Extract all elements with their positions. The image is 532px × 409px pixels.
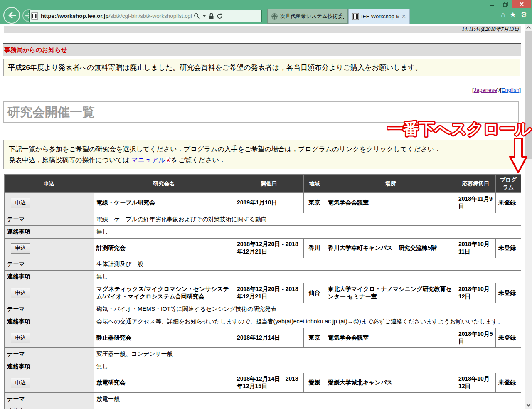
notes-value: 無し bbox=[94, 226, 521, 239]
header-deadline: 応募締切日 bbox=[456, 175, 496, 193]
apply-button[interactable]: 申込 bbox=[11, 378, 30, 388]
workshop-program: 未登録 bbox=[496, 283, 521, 303]
instructions-line2: 発表申込，原稿投稿等の操作については マニュアルAをご覧ください． bbox=[9, 155, 519, 165]
tab-close-icon[interactable]: ✕ bbox=[401, 14, 406, 19]
instructions-line1: 下記一覧から参加をご希望の研究会を選択してください．プログラムの入手をご希望の場… bbox=[9, 144, 519, 155]
workshop-date: 2019年1月10日 bbox=[234, 193, 304, 213]
notes-row: 連絡事項無し bbox=[5, 226, 521, 239]
english-link[interactable]: English bbox=[502, 87, 520, 93]
theme-row: テーマ生体計測及び一般 bbox=[5, 258, 521, 271]
workshop-row: 申込放電研究会2018年12月14日 - 2018年12月15日愛媛愛媛大学城北… bbox=[5, 373, 521, 393]
workshop-name: 静止器研究会 bbox=[94, 328, 234, 348]
workshop-name: 放電研究会 bbox=[94, 373, 234, 393]
minimize-button[interactable] bbox=[485, 0, 499, 8]
separator: ]/[ bbox=[497, 87, 502, 93]
theme-value: 磁気・バイオ・MEMS・IOT等に関連するセンシング技術の研究発表 bbox=[94, 303, 521, 315]
scroll-down-annotation-arrow-icon bbox=[509, 138, 528, 174]
workshop-place: 愛媛大学城北キャンパス bbox=[325, 373, 456, 393]
apply-button[interactable]: 申込 bbox=[11, 243, 30, 254]
workshop-place: 電気学会会議室 bbox=[325, 328, 456, 348]
tab-title: IEE Workshop Managem... bbox=[361, 14, 399, 20]
announcement-heading: 事務局からのお知らせ bbox=[3, 43, 521, 56]
header-apply: 申込 bbox=[5, 175, 94, 193]
header-region: 地域 bbox=[304, 175, 325, 193]
scroll-annotation-text: 一番下へスクロール bbox=[387, 120, 532, 138]
back-arrow-icon bbox=[7, 12, 16, 19]
notes-label: 連絡事項 bbox=[5, 315, 94, 328]
notes-row: 連絡事項無し bbox=[5, 271, 521, 283]
site-favicon-icon bbox=[31, 12, 38, 20]
scroll-annotation: 一番下へスクロール bbox=[387, 119, 532, 139]
notes-row: 連絡事項無し bbox=[5, 360, 521, 373]
workshop-row: 申込静止器研究会2018年12月14日東京電気学会会議室2018年10月5日未登… bbox=[5, 328, 521, 348]
workshop-name: 電線・ケーブル研究会 bbox=[94, 193, 234, 213]
workshop-date: 2018年12月14日 bbox=[234, 328, 304, 348]
workshop-name: 計測研究会 bbox=[94, 239, 234, 258]
close-button[interactable] bbox=[512, 0, 531, 8]
workshop-place: 香川大学幸町キャンパス 研究交流棟5階 bbox=[325, 239, 456, 258]
instructions-text: 発表申込，原稿投稿等の操作については bbox=[9, 156, 131, 163]
header-place: 場所 bbox=[325, 175, 456, 193]
tab-committee[interactable]: 次世代産業システム技術委員会 bbox=[267, 9, 348, 24]
apply-cell: 申込 bbox=[5, 373, 94, 393]
notes-value: 無し bbox=[94, 271, 521, 283]
japanese-link[interactable]: Japanese bbox=[474, 87, 497, 93]
theme-label: テーマ bbox=[5, 348, 94, 360]
browser-chrome: https://workshop.iee.or.jp/sbtk/cgi-bin/… bbox=[0, 0, 532, 24]
instructions-text: をご覧ください． bbox=[172, 156, 226, 163]
workshop-region: 香川 bbox=[304, 239, 325, 258]
table-header-row: 申込 研究会名 開催日 地域 場所 応募締切日 プログラム bbox=[5, 175, 521, 193]
notes-value: 無し bbox=[94, 360, 521, 373]
workshop-place: 電気学会会議室 bbox=[325, 193, 456, 213]
workshop-program: 未登録 bbox=[496, 193, 521, 213]
apply-cell: 申込 bbox=[5, 193, 94, 213]
settings-gear-icon[interactable]: ⚙ bbox=[521, 11, 527, 18]
refresh-icon[interactable] bbox=[217, 13, 223, 19]
apply-button[interactable]: 申込 bbox=[11, 288, 30, 298]
address-bar[interactable]: https://workshop.iee.or.jp/sbtk/cgi-bin/… bbox=[29, 10, 262, 22]
apply-cell: 申込 bbox=[5, 328, 94, 348]
theme-label: テーマ bbox=[5, 258, 94, 271]
theme-value: 電線・ケーブルの経年劣化事象およびその対策技術に関する動向 bbox=[94, 213, 521, 226]
workshop-region: 愛媛 bbox=[304, 373, 325, 393]
minimize-icon bbox=[490, 2, 495, 7]
apply-button[interactable]: 申込 bbox=[11, 198, 30, 208]
workshop-table-body: 申込電線・ケーブル研究会2019年1月10日東京電気学会会議室2018年11月9… bbox=[5, 193, 521, 409]
window-controls bbox=[485, 0, 532, 8]
chevron-down-icon bbox=[526, 404, 531, 407]
vertical-scrollbar[interactable] bbox=[525, 24, 532, 409]
back-button[interactable] bbox=[3, 7, 20, 24]
restore-button[interactable] bbox=[499, 0, 512, 8]
workshop-program: 未登録 bbox=[496, 239, 521, 258]
home-icon[interactable]: ⌂ bbox=[501, 11, 505, 18]
apply-button[interactable]: 申込 bbox=[11, 333, 30, 343]
header-date: 開催日 bbox=[234, 175, 304, 193]
url-path: /sbtk/cgi-bin/sbtk-workshoplist.cgi bbox=[109, 13, 192, 19]
restore-icon bbox=[503, 2, 508, 7]
theme-label: テーマ bbox=[5, 213, 94, 226]
header-name: 研究会名 bbox=[94, 175, 234, 193]
search-dropdown-caret-icon[interactable] bbox=[202, 14, 206, 18]
scroll-up-button[interactable] bbox=[525, 24, 532, 31]
theme-label: テーマ bbox=[5, 303, 94, 315]
address-bar-icons bbox=[194, 10, 223, 22]
theme-row: テーマ磁気・バイオ・MEMS・IOT等に関連するセンシング技術の研究発表 bbox=[5, 303, 521, 315]
notes-value: 無し bbox=[94, 405, 521, 409]
manual-link[interactable]: マニュアル bbox=[131, 156, 165, 163]
workshop-region: 東京 bbox=[304, 193, 325, 213]
workshop-table: 申込 研究会名 開催日 地域 場所 応募締切日 プログラム 申込電線・ケーブル研… bbox=[4, 174, 521, 409]
theme-value: 生体計測及び一般 bbox=[94, 258, 521, 271]
tab-iee-workshop[interactable]: IEE Workshop Managem... ✕ bbox=[348, 9, 410, 24]
bracket: ] bbox=[519, 87, 521, 93]
notes-label: 連絡事項 bbox=[5, 405, 94, 409]
committee-tab-favicon-icon bbox=[271, 13, 278, 20]
notice-box: 平成26年度より発表者への無料寄贈は廃止しました。研究会資料をご希望の発表者は，… bbox=[3, 59, 520, 76]
search-icon[interactable] bbox=[194, 13, 200, 19]
favorites-star-icon[interactable]: ★ bbox=[510, 11, 516, 18]
notes-value: 会場への交通アクセス等、詳細をお知らせいたしますので、担当者(yab(at)ec… bbox=[94, 315, 521, 328]
workshop-region: 仙台 bbox=[304, 283, 325, 303]
page-content: 14:11:44@2018年7月13日 事務局からのお知らせ 平成26年度より発… bbox=[0, 24, 525, 409]
workshop-deadline: 2018年10月12日 bbox=[456, 283, 496, 303]
scroll-down-button[interactable] bbox=[525, 402, 532, 409]
theme-value: 放電一般 bbox=[94, 393, 521, 405]
